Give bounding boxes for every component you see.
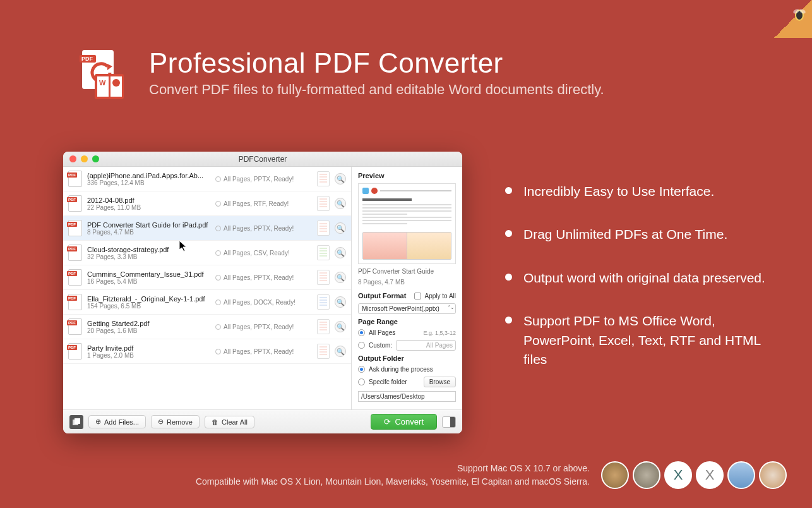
output-format-label: Output Format — [358, 292, 410, 299]
feature-item: Output word with original data preserved… — [505, 269, 770, 287]
minus-icon: ⊖ — [158, 418, 164, 426]
app-logo-icon: PDF W — [76, 47, 131, 103]
add-files-button[interactable]: ⊕ Add Files... — [88, 415, 146, 428]
reveal-in-finder-button[interactable]: 🔍 — [335, 222, 346, 234]
file-meta: 32 Pages, 3.3 MB — [87, 253, 210, 260]
minimize-icon[interactable] — [81, 155, 88, 162]
output-format-icon — [317, 294, 330, 310]
all-pages-label: All Pages — [369, 329, 395, 336]
specific-folder-label: Specifc folder — [369, 378, 420, 385]
file-status: All Pages, DOCX, Ready! — [215, 299, 312, 306]
file-row[interactable]: Cloud-storage-strategy.pdf32 Pages, 3.3 … — [63, 241, 351, 265]
file-meta: 8 Pages, 4.7 MB — [87, 229, 210, 236]
preview-file-name: PDF Converter Start Guide — [358, 268, 456, 275]
window-title: PDFConverter — [63, 155, 462, 164]
bullet-icon — [505, 230, 512, 237]
file-name: 2012-04-08.pdf — [87, 197, 210, 204]
sidebar: Preview PDF Converter Start Guide 8 Page… — [352, 167, 462, 409]
zoom-icon[interactable] — [92, 155, 99, 162]
reveal-in-finder-button[interactable]: 🔍 — [335, 321, 346, 332]
page-range-hint: E.g. 1,5,3-12 — [423, 330, 456, 336]
file-status: All Pages, CSV, Ready! — [215, 250, 312, 257]
feature-list: Incredibly Easy to Use Interface.Drag Un… — [505, 182, 770, 394]
custom-range-input[interactable]: All Pages — [396, 340, 456, 351]
bullet-icon — [505, 274, 512, 281]
output-format-select[interactable]: Microsoft PowerPoint(.pptx) — [358, 303, 456, 314]
file-name: Party Invite.pdf — [87, 344, 210, 352]
output-format-icon — [317, 270, 330, 285]
file-row[interactable]: Ella_Fitzterald_-_Original_Key-1-1.pdf15… — [63, 290, 351, 315]
file-meta: 336 Pages, 12.4 MB — [87, 179, 210, 186]
file-meta: 20 Pages, 1.6 MB — [87, 327, 210, 334]
file-list: (apple)iPhone.and.iPad.Apps.for.Ab...336… — [63, 167, 352, 409]
output-format-icon — [317, 221, 330, 236]
os-el-capitan-icon — [727, 461, 755, 489]
svg-text:PDF: PDF — [81, 56, 93, 62]
file-status: All Pages, RTF, Ready! — [215, 200, 312, 207]
toggle-sidebar-button[interactable] — [442, 416, 456, 428]
file-name: Getting Started2.pdf — [87, 320, 210, 327]
specific-folder-radio[interactable] — [358, 378, 365, 385]
file-status: All Pages, PPTX, Ready! — [215, 324, 312, 330]
pdf-file-icon — [68, 318, 82, 335]
app-window: PDFConverter (apple)iPhone.and.iPad.Apps… — [63, 152, 462, 433]
feature-item: Drag Unlimited PDFs at One Time. — [505, 225, 770, 244]
pdf-file-icon — [68, 294, 82, 310]
file-status: All Pages, PPTX, Ready! — [215, 348, 312, 355]
clear-all-button[interactable]: 🗑 Clear All — [205, 416, 254, 428]
os-lion-icon — [601, 461, 629, 489]
file-meta: 22 Pages, 11.0 MB — [87, 204, 210, 211]
footer: Support Mac OS X 10.7 or above. Compatib… — [0, 461, 787, 489]
reveal-in-finder-button[interactable]: 🔍 — [335, 272, 346, 283]
convert-button[interactable]: ⟳ Convert — [371, 414, 437, 430]
pdf-file-icon — [68, 220, 82, 236]
output-folder-label: Output Folder — [358, 354, 456, 362]
file-meta: 16 Pages, 5.4 MB — [87, 278, 210, 285]
pdf-file-icon — [68, 195, 82, 212]
feature-item: Support PDF to MS Office Word, PowerPoin… — [505, 311, 770, 369]
apply-all-checkbox[interactable] — [414, 293, 421, 299]
file-row[interactable]: PDF Converter Start Guide for iPad.pdf8 … — [63, 216, 351, 241]
file-row[interactable]: Party Invite.pdf1 Pages, 2.0 MBAll Pages… — [63, 339, 351, 364]
file-name: Cummins_Commentary_Issue_31.pdf — [87, 270, 210, 278]
file-status: All Pages, PPTX, Ready! — [215, 274, 312, 281]
apply-all-label: Apply to All — [425, 293, 456, 299]
file-row[interactable]: Cummins_Commentary_Issue_31.pdf16 Pages,… — [63, 265, 351, 290]
file-name: Cloud-storage-strategy.pdf — [87, 246, 210, 253]
browse-button[interactable]: Browse — [424, 377, 456, 387]
reveal-in-finder-button[interactable]: 🔍 — [335, 346, 346, 357]
remove-button[interactable]: ⊖ Remove — [151, 415, 200, 428]
file-row[interactable]: Getting Started2.pdf20 Pages, 1.6 MBAll … — [63, 315, 351, 339]
svg-point-10 — [112, 79, 120, 87]
preview-thumbnail — [358, 183, 456, 264]
output-path-input[interactable]: /Users/James/Desktop — [358, 391, 456, 402]
pdf-file-icon — [68, 269, 82, 286]
footer-line-2: Compatible with Mac OS X Lion, Mountain … — [196, 475, 590, 488]
feature-text: Drag Unlimited PDFs at One Time. — [523, 225, 727, 244]
file-name: PDF Converter Start Guide for iPad.pdf — [87, 221, 210, 229]
output-format-icon — [317, 319, 330, 334]
os-sierra-icon — [759, 461, 787, 489]
close-icon[interactable] — [69, 155, 76, 162]
ask-process-radio[interactable] — [358, 366, 365, 373]
output-format-icon — [317, 171, 330, 186]
all-pages-radio[interactable] — [358, 329, 365, 336]
reveal-in-finder-button[interactable]: 🔍 — [335, 173, 346, 184]
file-row[interactable]: (apple)iPhone.and.iPad.Apps.for.Ab...336… — [63, 167, 351, 191]
file-row[interactable]: 2012-04-08.pdf22 Pages, 11.0 MBAll Pages… — [63, 191, 351, 216]
pdf-file-icon — [68, 171, 82, 187]
reveal-in-finder-button[interactable]: 🔍 — [335, 198, 346, 209]
file-name: Ella_Fitzterald_-_Original_Key-1-1.pdf — [87, 295, 210, 303]
folder-stack-icon[interactable] — [69, 415, 83, 429]
pdf-file-icon — [68, 343, 82, 360]
reveal-in-finder-button[interactable]: 🔍 — [335, 296, 346, 308]
file-meta: 154 Pages, 6.5 MB — [87, 303, 210, 310]
custom-range-radio[interactable] — [358, 342, 365, 349]
bee-icon — [791, 5, 808, 23]
reveal-in-finder-button[interactable]: 🔍 — [335, 247, 346, 258]
page-range-label: Page Range — [358, 318, 456, 325]
plus-icon: ⊕ — [95, 418, 101, 426]
feature-item: Incredibly Easy to Use Interface. — [505, 182, 770, 201]
file-status: All Pages, PPTX, Ready! — [215, 225, 312, 232]
titlebar: PDFConverter — [63, 152, 462, 167]
